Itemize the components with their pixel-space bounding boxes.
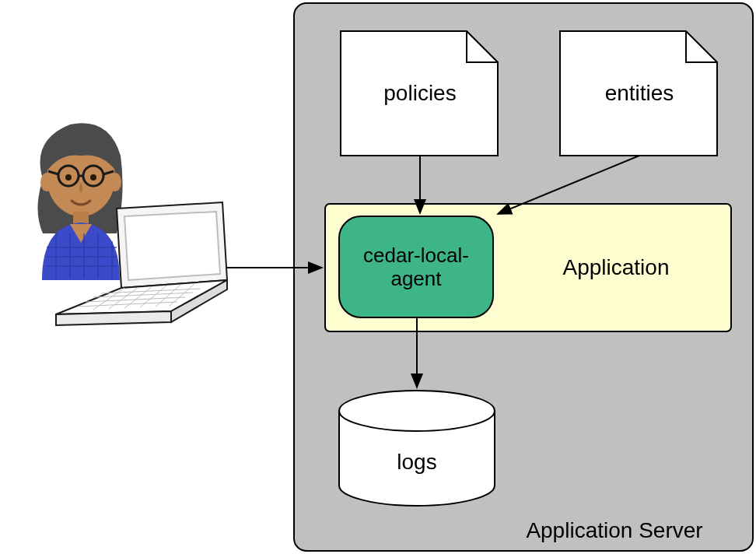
application-server-label: Application Server	[526, 518, 702, 542]
logs-label: logs	[397, 450, 436, 474]
svg-point-2	[40, 173, 53, 191]
svg-point-10	[90, 174, 96, 181]
cedar-agent-label-line1: cedar-local-	[363, 244, 469, 267]
entities-document: entities	[560, 31, 717, 156]
application-label: Application	[563, 255, 670, 279]
logs-cylinder: logs	[339, 391, 495, 506]
svg-point-0	[339, 391, 495, 431]
svg-point-3	[109, 173, 121, 191]
policies-label: policies	[383, 81, 456, 105]
cedar-agent-label-line2: agent	[390, 267, 442, 290]
svg-point-9	[65, 174, 72, 181]
entities-label: entities	[605, 81, 674, 105]
user-icon	[38, 123, 123, 280]
policies-document: policies	[341, 31, 498, 156]
svg-rect-11	[73, 212, 89, 224]
